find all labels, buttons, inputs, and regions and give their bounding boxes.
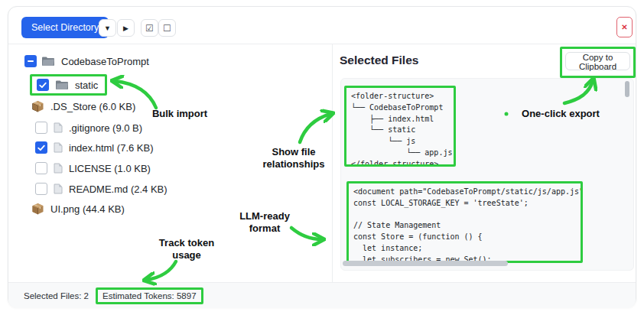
track-token-usage-note: Track token usage (159, 237, 214, 261)
tree-row-dsstore[interactable]: .DS_Store (6.0 KB) (31, 97, 135, 115)
bulk-import-note: Bulk import (152, 108, 207, 120)
checked-box-icon: ☑ (145, 23, 154, 34)
checkbox-checked[interactable] (35, 141, 47, 154)
bulk-import-highlight-box: static (30, 74, 107, 96)
select-directory-button[interactable]: Select Directory (21, 17, 109, 38)
checkbox-checked[interactable] (37, 79, 49, 91)
tree-item-label: .gitignore (9.0 B) (69, 122, 142, 134)
triangle-right-icon: ▶ (123, 24, 128, 32)
panel-divider (332, 44, 333, 282)
deselect-all-button[interactable]: ☐ (158, 19, 176, 37)
selected-files-preview: <folder-structure> └── CodebaseToPrompt … (340, 78, 634, 271)
one-click-export-highlight-box: Copy to Clipboard (560, 47, 636, 78)
file-icon (54, 163, 63, 174)
copy-to-clipboard-button[interactable]: Copy to Clipboard (565, 52, 630, 70)
app-screenshot: Select Directory ▼ ▶ ☑ ☐ ✕ (0, 0, 644, 315)
tree-row-readme[interactable]: README.md (2.4 KB) (35, 180, 168, 198)
empty-box-icon: ☐ (163, 23, 171, 34)
tree-item-label: README.md (2.4 KB) (69, 183, 168, 195)
tree-row-license[interactable]: LICENSE (1.0 KB) (35, 159, 151, 177)
horizontal-scrollbar[interactable] (343, 261, 508, 266)
file-icon (54, 183, 63, 194)
folder-icon (41, 56, 55, 67)
expand-all-button[interactable]: ▶ (117, 19, 135, 37)
folder-structure-highlight-box: <folder-structure> └── CodebaseToPrompt … (344, 86, 456, 167)
toolbar: Select Directory ▼ ▶ ☑ ☐ ✕ (8, 7, 636, 44)
vertical-scrollbar[interactable] (625, 81, 629, 97)
close-icon: ✕ (621, 23, 627, 31)
tree-row-gitignore[interactable]: .gitignore (9.0 B) (35, 119, 142, 137)
checkbox-indeterminate[interactable] (24, 55, 37, 67)
tree-item-label: index.html (7.6 KB) (69, 142, 154, 154)
folder-icon (55, 80, 69, 90)
show-file-relationships-note: Show file relationships (263, 146, 325, 170)
selected-files-count: Selected Files: 2 (24, 291, 89, 300)
tree-row-root[interactable]: CodebaseToPrompt (24, 52, 149, 70)
package-icon (31, 203, 44, 215)
collapse-all-button[interactable]: ▼ (99, 19, 116, 37)
tree-item-label: UI.png (44.4 KB) (50, 203, 125, 215)
select-all-button[interactable]: ☑ (141, 19, 158, 37)
triangle-down-icon: ▼ (104, 24, 111, 32)
file-icon (54, 142, 63, 153)
checkbox-unchecked[interactable] (35, 122, 47, 134)
checkbox-unchecked[interactable] (35, 183, 47, 195)
estimated-tokens: Estimated Tokens: 5897 (102, 291, 197, 300)
document-code: <document path="CodebaseToPrompt/static/… (349, 183, 581, 263)
package-icon (31, 100, 44, 112)
file-icon (54, 122, 63, 133)
selected-files-title: Selected Files (340, 54, 418, 67)
tree-item-label: CodebaseToPrompt (61, 56, 149, 67)
one-click-export-note: One-click export (522, 108, 600, 120)
status-bar: Selected Files: 2 Estimated Tokens: 5897 (8, 282, 636, 308)
token-count-highlight-box: Estimated Tokens: 5897 (96, 287, 203, 304)
tree-item-label: .DS_Store (6.0 KB) (50, 101, 135, 112)
tree-item-label: LICENSE (1.0 KB) (69, 163, 151, 174)
tree-row-indexhtml[interactable]: index.html (7.6 KB) (35, 138, 154, 157)
close-button[interactable]: ✕ (616, 17, 633, 37)
document-highlight-box: <document path="CodebaseToPrompt/static/… (346, 181, 583, 263)
tree-item-label: static (75, 80, 98, 91)
folder-structure-code: <folder-structure> └── CodebaseToPrompt … (346, 88, 454, 167)
checkbox-unchecked[interactable] (35, 162, 47, 174)
tree-row-static[interactable]: static (30, 74, 107, 96)
tree-row-uipng[interactable]: UI.png (44.4 KB) (31, 200, 125, 218)
llm-ready-format-note: LLM-ready format (239, 210, 290, 235)
